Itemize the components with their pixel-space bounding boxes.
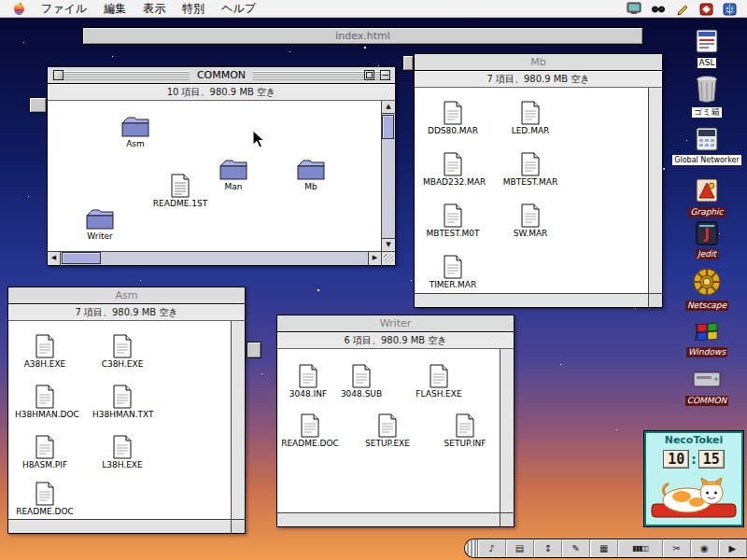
- vertical-scrollbar[interactable]: ▲ ▼: [381, 101, 395, 251]
- close-button[interactable]: [53, 70, 63, 80]
- horizontal-scrollbar[interactable]: [277, 513, 500, 526]
- file-icon-readme-1st[interactable]: README.1ST: [150, 174, 210, 209]
- file-icon-readme-doc[interactable]: README.DOC: [280, 413, 340, 449]
- file-icon-setup-exe[interactable]: SETUP.EXE: [358, 413, 417, 449]
- window-content: 3048.INF 3048.SUB FLASH.EXE README.DOC S…: [277, 349, 500, 512]
- status-bar: 7 項目、980.9 MB 空き: [8, 304, 245, 321]
- file-icon-led[interactable]: LED.MAR: [500, 101, 560, 136]
- file-icon-c38h[interactable]: C38H.EXE: [92, 334, 152, 370]
- collapsed-window-indexhtml[interactable]: index.html: [82, 27, 643, 45]
- file-icon-h38hman-doc[interactable]: H38HMAN.DOC: [15, 385, 75, 420]
- vertical-scrollbar[interactable]: [648, 88, 662, 293]
- status-bar: 6 項目、980.9 MB 空き: [277, 332, 514, 349]
- window-tab[interactable]: [247, 342, 261, 358]
- display-icon[interactable]: [627, 2, 641, 16]
- file-icon-setup-inf[interactable]: SETUP.INF: [435, 413, 495, 449]
- file-icon-mbad232[interactable]: MBAD232.MAR: [423, 152, 483, 188]
- window-content: A38H.EXE C38H.EXE H38HMAN.DOC H38HMAN.TX…: [8, 321, 231, 519]
- file-icon-3048-sub[interactable]: 3048.SUB: [331, 364, 391, 399]
- horizontal-scrollbar[interactable]: [415, 294, 648, 307]
- apple-menu[interactable]: [6, 2, 33, 16]
- file-icon-mbtest-m0t[interactable]: MBTEST.M0T: [423, 203, 483, 239]
- scroll-up-arrow[interactable]: ▲: [382, 101, 395, 114]
- title-bar[interactable]: Writer: [277, 315, 514, 332]
- vertical-scrollbar[interactable]: [231, 321, 245, 519]
- level-meter-icon[interactable]: ▮▮▮▯▯: [618, 539, 663, 557]
- file-label: TIMER.MAR: [423, 280, 483, 290]
- menu-edit[interactable]: 編集: [95, 0, 134, 18]
- file-icon-flash-exe[interactable]: FLASH.EXE: [409, 364, 469, 399]
- window-title: Writer: [373, 315, 419, 331]
- menu-help[interactable]: ヘルプ: [213, 0, 264, 18]
- file-icon-readme-doc[interactable]: README.DOC: [15, 482, 75, 517]
- folder-icon-writer[interactable]: Writer: [70, 208, 130, 242]
- cat-illustration: [646, 472, 741, 521]
- title-bar[interactable]: Mb: [415, 54, 662, 71]
- pen-icon[interactable]: ✎: [562, 539, 590, 557]
- finder-icon[interactable]: [723, 3, 737, 16]
- menu-special[interactable]: 特別: [174, 0, 213, 18]
- pencil-icon[interactable]: [675, 2, 690, 16]
- file-icon-dds80[interactable]: DDS80.MAR: [423, 101, 483, 136]
- sound-volume-icon[interactable]: ♪: [478, 539, 506, 557]
- window-tab[interactable]: [402, 55, 414, 71]
- resize-handle[interactable]: [500, 513, 514, 526]
- menu-view[interactable]: 表示: [134, 0, 174, 18]
- window-asm: Asm 7 項目、980.9 MB 空き A38H.EXE C38H.EXE H…: [7, 287, 246, 534]
- window-tab[interactable]: [29, 97, 47, 113]
- desktop-icon-graphic[interactable]: Graphic: [670, 177, 743, 221]
- necotokei-widget[interactable]: NecoTokei 10 : 15: [644, 431, 743, 526]
- control-strip-handle[interactable]: [465, 539, 478, 557]
- display-depth-icon[interactable]: ▦: [590, 539, 618, 557]
- scroll-thumb[interactable]: [62, 252, 101, 264]
- file-label: C38H.EXE: [92, 359, 152, 370]
- title-bar[interactable]: COMMON: [48, 67, 395, 84]
- scroll-left-arrow[interactable]: ◀: [48, 252, 61, 265]
- resize-handle[interactable]: [648, 294, 662, 307]
- file-icon-timer[interactable]: TIMER.MAR: [423, 255, 483, 290]
- expand-icon[interactable]: ▶: [719, 539, 747, 557]
- desktop-icon-asl[interactable]: ASL: [670, 28, 743, 72]
- file-icon-l38h[interactable]: L38H.EXE: [92, 435, 152, 470]
- desktop-icon-common-disk[interactable]: COMMON: [670, 368, 743, 410]
- desktop-icon-global-networker[interactable]: Global Networker: [670, 127, 743, 169]
- scroll-right-arrow[interactable]: ▶: [368, 252, 381, 265]
- file-icon-h8asm[interactable]: H8ASM.PIF: [15, 435, 75, 470]
- cd-icon[interactable]: ◉: [691, 539, 719, 557]
- desktop-icon-label: Jedit: [696, 249, 718, 259]
- desktop-icon-windows[interactable]: Windows: [670, 317, 743, 361]
- folder-icon-mb[interactable]: Mb: [281, 159, 341, 192]
- updown-arrows-icon[interactable]: ↕: [534, 539, 562, 557]
- horizontal-scrollbar[interactable]: [8, 520, 231, 533]
- status-text: 10 項目、980.9 MB 空き: [167, 87, 276, 97]
- file-icon-sw[interactable]: SW.MAR: [500, 203, 560, 239]
- desktop-icon-netscape[interactable]: Netscape: [670, 267, 743, 315]
- file-icon-h38hman-txt[interactable]: H38HMAN.TXT: [92, 385, 152, 420]
- title-bar[interactable]: Asm: [8, 287, 245, 304]
- folder-icon-man[interactable]: Man: [204, 159, 263, 192]
- file-icon-3048-inf[interactable]: 3048.INF: [278, 364, 338, 399]
- glasses-icon[interactable]: [651, 2, 666, 16]
- file-icon-a38h[interactable]: A38H.EXE: [15, 334, 75, 370]
- scissors-icon[interactable]: ✂: [663, 539, 691, 557]
- desktop-icon-label: Global Networker: [672, 155, 740, 165]
- vertical-scrollbar[interactable]: [500, 349, 514, 512]
- window-title: Mb: [523, 54, 553, 70]
- application-icon[interactable]: [699, 3, 713, 16]
- resize-handle[interactable]: [381, 252, 395, 265]
- window-content: DDS80.MAR LED.MAR MBAD232.MAR MBTEST.MAR…: [415, 88, 648, 293]
- menu-file[interactable]: ファイル: [33, 0, 95, 18]
- horizontal-scrollbar[interactable]: ◀ ▶: [48, 252, 381, 265]
- keyboard-icon[interactable]: ▤: [506, 539, 534, 557]
- desktop-icon-label: Windows: [686, 347, 727, 357]
- folder-icon-asm[interactable]: Asm: [106, 116, 165, 149]
- control-strip[interactable]: ♪ ▤ ↕ ✎ ▦ ▮▮▮▯▯ ✂ ◉ ▶: [464, 539, 747, 558]
- file-icon-mbtest-mar[interactable]: MBTEST.MAR: [500, 152, 560, 188]
- collapse-button[interactable]: [380, 70, 390, 80]
- scroll-thumb[interactable]: [382, 115, 394, 139]
- resize-handle[interactable]: [231, 520, 245, 533]
- desktop-icon-jedit[interactable]: J Jedit: [670, 221, 743, 263]
- zoom-button[interactable]: [364, 70, 374, 80]
- trash-icon[interactable]: ゴミ箱: [670, 75, 743, 121]
- scroll-down-arrow[interactable]: ▼: [382, 238, 395, 251]
